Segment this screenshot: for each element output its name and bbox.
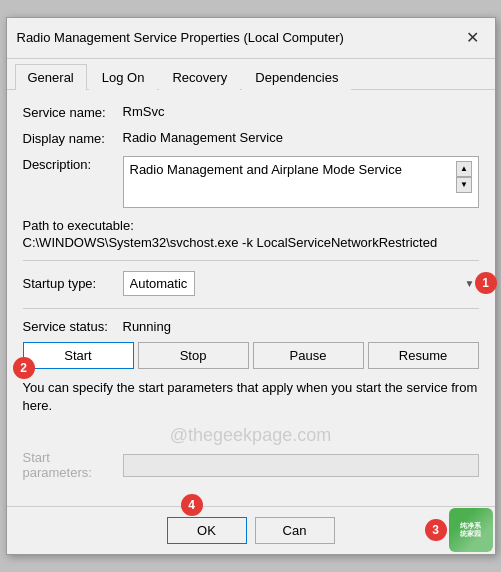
service-name-label: Service name: (23, 104, 123, 120)
content-area: Service name: RmSvc Display name: Radio … (7, 90, 495, 494)
badge-1: 1 (475, 272, 497, 294)
window-title: Radio Management Service Properties (Loc… (17, 30, 344, 45)
cancel-button[interactable]: Can (255, 517, 335, 544)
bottom-area: 4 OK Can 3 纯净系统家园 (7, 517, 495, 554)
status-label: Service status: (23, 319, 123, 334)
watermark: @thegeekpage.com (23, 425, 479, 446)
status-value: Running (123, 319, 171, 334)
tab-logon[interactable]: Log On (89, 64, 158, 90)
main-window: Radio Management Service Properties (Loc… (6, 17, 496, 555)
separator-1 (23, 260, 479, 261)
close-button[interactable]: ✕ (461, 26, 485, 50)
ok-button[interactable]: OK (167, 517, 247, 544)
tab-general[interactable]: General (15, 64, 87, 90)
status-section: Service status: Running Start Stop Pause… (23, 319, 479, 369)
scroll-up-arrow[interactable]: ▲ (456, 161, 472, 177)
startup-select[interactable]: Automatic (123, 271, 195, 296)
badge-2: 2 (13, 357, 35, 379)
display-name-value: Radio Management Service (123, 130, 479, 145)
title-bar: Radio Management Service Properties (Loc… (7, 18, 495, 59)
status-row: Service status: Running (23, 319, 479, 334)
scroll-down-arrow[interactable]: ▼ (456, 177, 472, 193)
path-label: Path to executable: (23, 218, 479, 233)
resume-button[interactable]: Resume (368, 342, 479, 369)
logo-area: 3 纯净系统家园 (425, 508, 493, 552)
pause-button[interactable]: Pause (253, 342, 364, 369)
badge-4: 4 (181, 494, 203, 516)
tab-bar: General Log On Recovery Dependencies (7, 59, 495, 90)
hint-text: You can specify the start parameters tha… (23, 379, 479, 415)
separator-2 (23, 308, 479, 309)
tab-recovery[interactable]: Recovery (159, 64, 240, 90)
stop-button[interactable]: Stop (138, 342, 249, 369)
tab-dependencies[interactable]: Dependencies (242, 64, 351, 90)
description-row: Description: Radio Management and Airpla… (23, 156, 479, 208)
service-name-row: Service name: RmSvc (23, 104, 479, 120)
scrollbar: ▲ ▼ (456, 161, 472, 193)
badge-r: 3 (425, 519, 447, 541)
startup-label: Startup type: (23, 276, 123, 291)
path-value: C:\WINDOWS\System32\svchost.exe -k Local… (23, 235, 479, 250)
start-button[interactable]: Start (23, 342, 134, 369)
start-params-label: Start parameters: (23, 450, 123, 480)
startup-row: Startup type: Automatic ▼ 1 (23, 271, 479, 296)
path-section: Path to executable: C:\WINDOWS\System32\… (23, 218, 479, 250)
chevron-down-icon: ▼ (465, 278, 475, 289)
display-name-row: Display name: Radio Management Service (23, 130, 479, 146)
start-params-row: Start parameters: (23, 450, 479, 480)
service-name-value: RmSvc (123, 104, 479, 119)
description-box: Radio Management and Airplane Mode Servi… (123, 156, 479, 208)
start-params-input[interactable] (123, 454, 479, 477)
app-logo: 纯净系统家园 (449, 508, 493, 552)
service-buttons-row: Start Stop Pause Resume 2 (23, 342, 479, 369)
description-label: Description: (23, 156, 123, 172)
startup-select-wrapper: Automatic ▼ (123, 271, 479, 296)
description-value: Radio Management and Airplane Mode Servi… (130, 161, 456, 179)
bottom-separator (7, 506, 495, 507)
display-name-label: Display name: (23, 130, 123, 146)
